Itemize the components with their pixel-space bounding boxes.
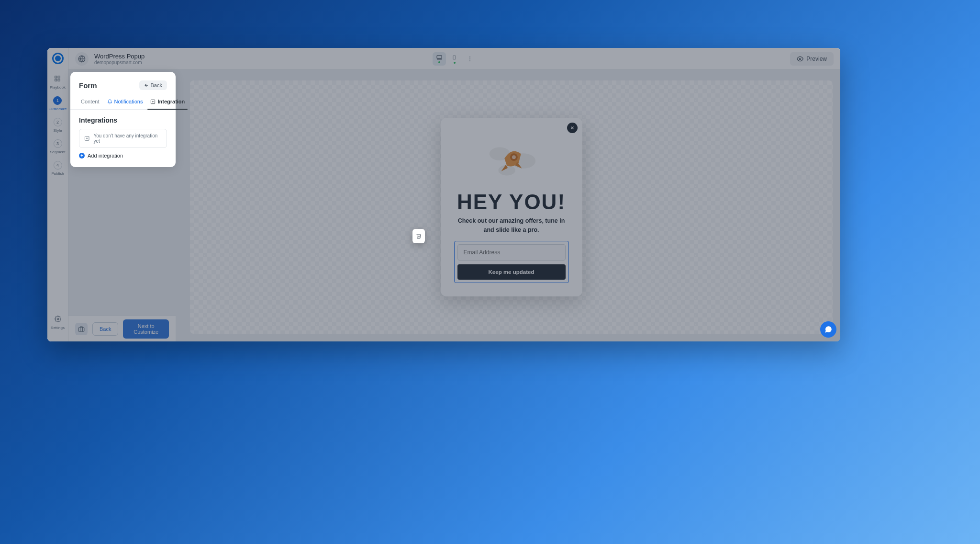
popup-subheading: Check out our amazing offers, tune in an… xyxy=(454,216,569,235)
canvas: HEY YOU! Check out our amazing offers, t… xyxy=(190,80,833,334)
empty-integration-box: You don't have any integration yet xyxy=(79,129,167,148)
box-icon xyxy=(84,136,89,141)
svg-point-27 xyxy=(512,155,515,159)
gear-icon xyxy=(53,314,63,324)
rail-label: Settings xyxy=(51,326,65,330)
app-logo xyxy=(52,53,64,64)
popup-heading: HEY YOU! xyxy=(454,192,569,213)
rocket-image xyxy=(483,137,540,185)
add-integration-button[interactable]: + Add integration xyxy=(79,153,167,159)
svg-rect-28 xyxy=(78,328,84,331)
briefcase-icon[interactable] xyxy=(75,323,88,335)
step-number: 3 xyxy=(54,139,62,148)
delete-float-button[interactable] xyxy=(412,229,425,243)
topbar: WordPress Popup demopopupsmart.com Previ… xyxy=(68,48,840,70)
rail-step-style[interactable]: 2 Style xyxy=(54,118,62,133)
chat-button[interactable] xyxy=(820,321,836,338)
panel-footer: Back Next to Customize xyxy=(68,316,176,341)
svg-point-4 xyxy=(57,318,59,320)
rail-label: Publish xyxy=(51,171,64,176)
tab-notifications[interactable]: Notifications xyxy=(104,96,146,109)
svg-rect-3 xyxy=(58,79,60,81)
preview-button[interactable]: Preview xyxy=(790,52,834,66)
rail-label: Style xyxy=(54,128,62,133)
form-panel: Form Back Content Notifications Integrat… xyxy=(70,72,176,167)
integration-icon xyxy=(150,99,156,104)
tab-content[interactable]: Content xyxy=(78,96,102,109)
more-options-button[interactable] xyxy=(463,52,477,66)
step-number: 2 xyxy=(54,118,62,126)
add-label: Add integration xyxy=(88,153,123,159)
mobile-device-button[interactable] xyxy=(448,52,461,66)
rail-playbook[interactable]: Playbook xyxy=(50,74,66,90)
globe-icon[interactable] xyxy=(75,52,89,66)
submit-button[interactable]: Keep me updated xyxy=(457,264,566,280)
svg-point-11 xyxy=(469,58,470,59)
svg-rect-2 xyxy=(55,79,57,81)
popup-form[interactable]: Keep me updated xyxy=(454,241,569,283)
back-label: Back xyxy=(151,82,162,88)
svg-rect-0 xyxy=(55,76,57,78)
footer-back-button[interactable]: Back xyxy=(92,322,118,336)
section-title: Integrations xyxy=(79,116,167,124)
trash-icon xyxy=(416,233,422,239)
panel-title: Form xyxy=(79,81,97,90)
panel-back-button[interactable]: Back xyxy=(139,80,167,90)
playbook-icon xyxy=(53,74,62,83)
tab-integration[interactable]: Integration xyxy=(147,96,188,109)
rail-step-segment[interactable]: 3 Segment xyxy=(50,139,65,154)
device-toggle xyxy=(433,52,477,66)
rail-settings[interactable]: Settings xyxy=(51,314,65,330)
step-number: 1 xyxy=(53,96,62,105)
rail-label: Segment xyxy=(50,150,65,154)
eye-icon xyxy=(797,56,803,62)
desktop-device-button[interactable] xyxy=(433,52,446,66)
footer-next-button[interactable]: Next to Customize xyxy=(123,319,169,339)
page-title: WordPress Popup xyxy=(94,53,145,60)
bell-icon xyxy=(107,99,112,104)
email-input[interactable] xyxy=(457,244,566,261)
rail-step-publish[interactable]: 4 Publish xyxy=(51,161,64,176)
svg-rect-9 xyxy=(453,56,456,59)
step-number: 4 xyxy=(54,161,62,170)
close-icon xyxy=(570,125,575,130)
svg-point-13 xyxy=(800,58,802,60)
svg-rect-7 xyxy=(437,55,442,58)
chat-icon xyxy=(824,325,833,334)
empty-text: You don't have any integration yet xyxy=(93,133,162,144)
svg-rect-1 xyxy=(58,76,60,78)
rail-label: Playbook xyxy=(50,85,66,90)
rail-label: Customize xyxy=(49,107,67,111)
page-subtitle: demopopupsmart.com xyxy=(94,60,145,65)
close-button[interactable] xyxy=(567,123,578,133)
svg-point-12 xyxy=(469,60,470,61)
rail-step-customize[interactable]: 1 Customize xyxy=(49,96,67,111)
left-rail: Playbook 1 Customize 2 Style 3 Segment 4… xyxy=(47,48,68,341)
plus-icon: + xyxy=(79,153,85,159)
preview-label: Preview xyxy=(806,56,827,62)
svg-point-10 xyxy=(469,57,470,57)
popup-preview: HEY YOU! Check out our amazing offers, t… xyxy=(441,118,582,297)
arrow-left-icon xyxy=(144,83,149,88)
